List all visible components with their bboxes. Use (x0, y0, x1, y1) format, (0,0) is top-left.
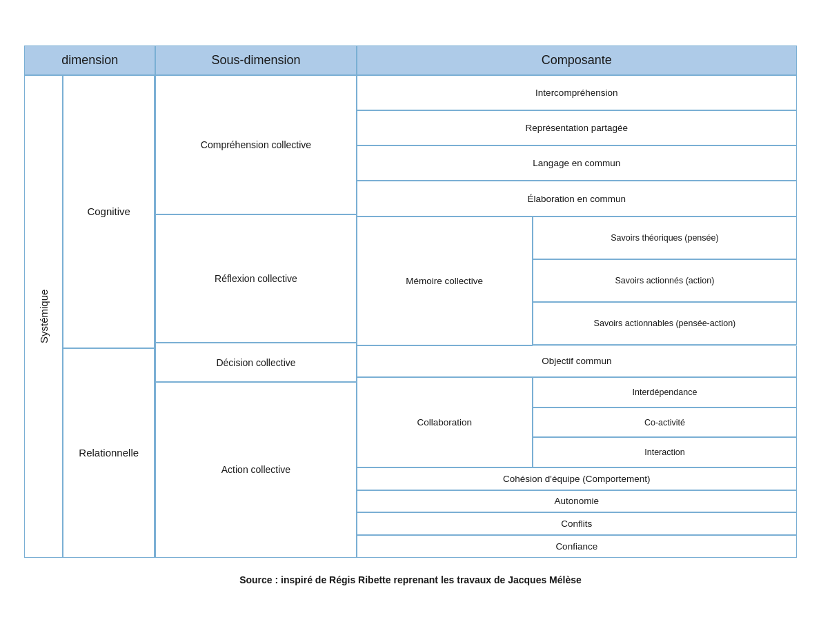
cohesion-equipe: Cohésion d'équipe (Comportement) (357, 467, 797, 490)
conflits: Conflits (357, 512, 797, 535)
interdependance: Interdépendance (533, 377, 797, 407)
action-top: Collaboration Interdépendance Co-activit… (357, 377, 797, 467)
collaboration-cell: Collaboration (357, 377, 533, 467)
memoire-collective-cell: Mémoire collective (357, 217, 533, 345)
comp-decision-block: Objectif commun (357, 345, 797, 378)
memoire-subitems: Savoirs théoriques (pensée) Savoirs acti… (533, 217, 797, 345)
cognitive-cell: Cognitive (63, 75, 155, 348)
interaction: Interaction (533, 437, 797, 467)
co-activite: Co-activité (533, 407, 797, 438)
systemique-cell: Systémique (24, 75, 63, 558)
comp-action-block: Collaboration Interdépendance Co-activit… (357, 377, 797, 557)
comp-reflexion-block: Mémoire collective Savoirs théoriques (p… (357, 217, 797, 345)
composante-column: Intercompréhension Représentation partag… (357, 75, 797, 558)
action-bottom: Cohésion d'équipe (Comportement) Autonom… (357, 467, 797, 558)
table-container: dimension Sous-dimension Composante Syst… (24, 46, 797, 558)
autonomie: Autonomie (357, 490, 797, 513)
objectif-commun-cell: Objectif commun (357, 345, 797, 378)
header-sous-dimension: Sous-dimension (155, 46, 356, 75)
comp-intercomprehension: Intercompréhension (357, 75, 797, 110)
dimension-column: Cognitive Relationnelle (63, 75, 155, 558)
action-subdim: Action collective (155, 382, 356, 557)
reflexion-subdim: Réflexion collective (155, 214, 356, 343)
comp-elaboration: Élaboration en commun (357, 181, 797, 216)
comp-comprehension-block: Intercompréhension Représentation partag… (357, 75, 797, 217)
subdimension-column: Compréhension collective Réflexion colle… (155, 75, 356, 558)
savoirs-theoriques: Savoirs théoriques (pensée) (533, 217, 797, 259)
body-row: Systémique Cognitive Relationnelle Compr… (24, 75, 797, 558)
decision-subdim: Décision collective (155, 343, 356, 382)
page-wrapper: dimension Sous-dimension Composante Syst… (0, 32, 821, 613)
confiance: Confiance (357, 535, 797, 558)
savoirs-actionnes: Savoirs actionnés (action) (533, 259, 797, 302)
comp-langage: Langage en commun (357, 145, 797, 181)
comp-representation: Représentation partagée (357, 110, 797, 145)
source-text: Source : inspiré de Régis Ribette repren… (239, 574, 582, 585)
header-row: dimension Sous-dimension Composante (24, 46, 797, 75)
relationnelle-cell: Relationnelle (63, 348, 155, 558)
header-composante: Composante (357, 46, 797, 75)
collab-subitems: Interdépendance Co-activité Interaction (533, 377, 797, 467)
header-dimension: dimension (24, 46, 155, 75)
savoirs-actionnables: Savoirs actionnables (pensée-action) (533, 302, 797, 345)
comprehension-subdim: Compréhension collective (155, 75, 356, 215)
